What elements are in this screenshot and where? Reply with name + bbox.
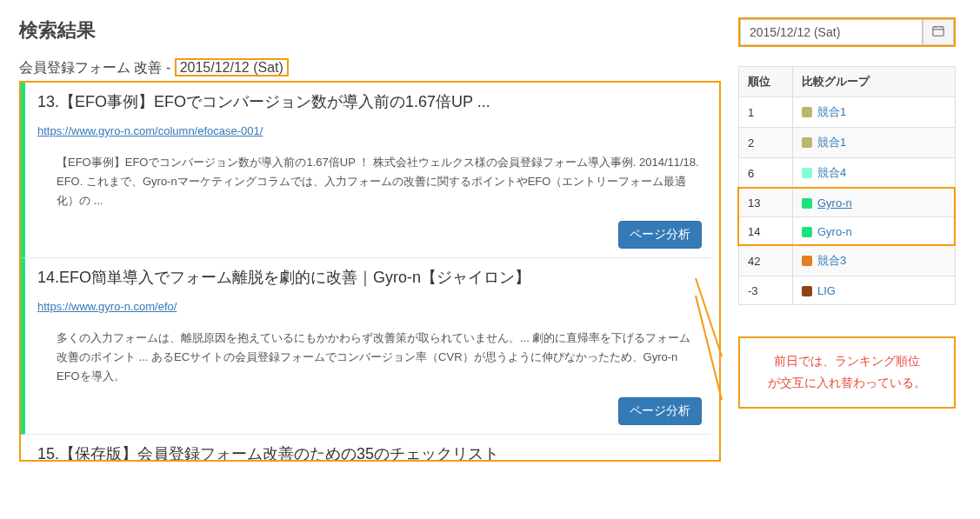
rank-header-group: 比較グループ xyxy=(793,67,956,97)
rank-cell-group: 競合1 xyxy=(793,128,956,158)
result-title: 15.【保存版】会員登録フォーム改善のための35のチェックリスト xyxy=(37,443,702,460)
rank-cell-group: 競合1 xyxy=(793,97,956,128)
group-swatch xyxy=(802,256,812,266)
group-swatch xyxy=(802,198,812,209)
group-swatch xyxy=(802,227,812,237)
query-text: 会員登録フォーム 改善 xyxy=(19,60,162,75)
group-link[interactable]: Gyro-n xyxy=(817,196,852,210)
page-title: 検索結果 xyxy=(19,17,721,43)
result-snippet: 多くの入力フォームは、離脱原因を抱えているにもかかわらず改善策が取られていません… xyxy=(37,329,702,386)
group-link[interactable]: 競合3 xyxy=(817,254,846,267)
result-url[interactable]: https://www.gyro-n.com/column/efocase-00… xyxy=(37,124,702,137)
date-input[interactable] xyxy=(740,19,923,45)
note-line-1: 前日では、ランキング順位 xyxy=(749,350,945,372)
result-snippet: 【EFO事例】EFOでコンバージョン数が導入前の1.67倍UP ！ 株式会社ウェ… xyxy=(37,153,702,210)
note-line-2: が交互に入れ替わっている。 xyxy=(749,372,945,394)
rank-row: -3LIG xyxy=(739,276,956,305)
results-scroll[interactable]: 13.【EFO事例】EFOでコンバージョン数が導入前の1.67倍UP ...ht… xyxy=(21,83,719,460)
rank-cell-rank: 13 xyxy=(739,189,793,217)
group-swatch xyxy=(802,286,812,296)
result-title: 14.EFO簡単導入でフォーム離脱を劇的に改善｜Gyro-n【ジャイロン】 xyxy=(37,267,702,288)
result-url[interactable]: https://www.gyro-n.com/efo/ xyxy=(37,300,702,313)
rank-cell-rank: 14 xyxy=(739,217,793,246)
query-line: 会員登録フォーム 改善 - 2015/12/12 (Sat) xyxy=(19,59,721,77)
rank-row: 2競合1 xyxy=(739,128,956,158)
calendar-button[interactable] xyxy=(923,19,954,45)
page-analyze-button[interactable]: ページ分析 xyxy=(618,221,702,249)
rank-cell-rank: -3 xyxy=(739,276,793,305)
query-date-sep: - xyxy=(162,60,174,75)
calendar-icon xyxy=(932,25,944,40)
group-link[interactable]: Gyro-n xyxy=(817,225,852,238)
result-title: 13.【EFO事例】EFOでコンバージョン数が導入前の1.67倍UP ... xyxy=(37,91,702,112)
group-link[interactable]: 競合1 xyxy=(817,105,846,118)
result-item: 14.EFO簡単導入でフォーム離脱を劇的に改善｜Gyro-n【ジャイロン】htt… xyxy=(21,258,710,434)
rank-cell-group: 競合3 xyxy=(793,246,956,276)
rank-row: 6競合4 xyxy=(739,158,956,189)
rank-row: 13Gyro-n xyxy=(739,189,956,217)
result-item: 15.【保存版】会員登録フォーム改善のための35のチェックリスト xyxy=(21,435,710,460)
rank-header-rank: 順位 xyxy=(739,67,793,97)
annotation-note: 前日では、ランキング順位 が交互に入れ替わっている。 xyxy=(738,336,956,408)
group-link[interactable]: 競合4 xyxy=(817,166,846,179)
group-link[interactable]: 競合1 xyxy=(817,136,846,149)
rank-cell-group: 競合4 xyxy=(793,158,956,189)
date-picker xyxy=(738,17,956,47)
rank-row: 14Gyro-n xyxy=(739,217,956,246)
rank-cell-group: LIG xyxy=(793,276,956,305)
page-analyze-button[interactable]: ページ分析 xyxy=(618,397,702,425)
rank-table: 順位 比較グループ 1競合12競合16競合413Gyro-n14Gyro-n42… xyxy=(738,66,956,305)
group-swatch xyxy=(802,168,812,178)
group-swatch xyxy=(802,107,812,117)
rank-cell-rank: 42 xyxy=(739,246,793,276)
group-swatch xyxy=(802,137,812,148)
rank-cell-group: Gyro-n xyxy=(793,217,956,246)
rank-cell-rank: 1 xyxy=(739,97,793,128)
rank-cell-rank: 2 xyxy=(739,128,793,158)
rank-cell-rank: 6 xyxy=(739,158,793,189)
query-date: 2015/12/12 (Sat) xyxy=(175,58,289,77)
rank-table-wrap: 順位 比較グループ 1競合12競合16競合413Gyro-n14Gyro-n42… xyxy=(738,66,956,305)
result-item: 13.【EFO事例】EFOでコンバージョン数が導入前の1.67倍UP ...ht… xyxy=(21,83,710,258)
group-link[interactable]: LIG xyxy=(817,284,836,297)
svg-rect-0 xyxy=(933,26,943,36)
rank-row: 1競合1 xyxy=(739,97,956,128)
rank-row: 42競合3 xyxy=(739,246,956,276)
results-panel: 13.【EFO事例】EFOでコンバージョン数が導入前の1.67倍UP ...ht… xyxy=(19,81,721,462)
rank-cell-group: Gyro-n xyxy=(793,189,956,217)
